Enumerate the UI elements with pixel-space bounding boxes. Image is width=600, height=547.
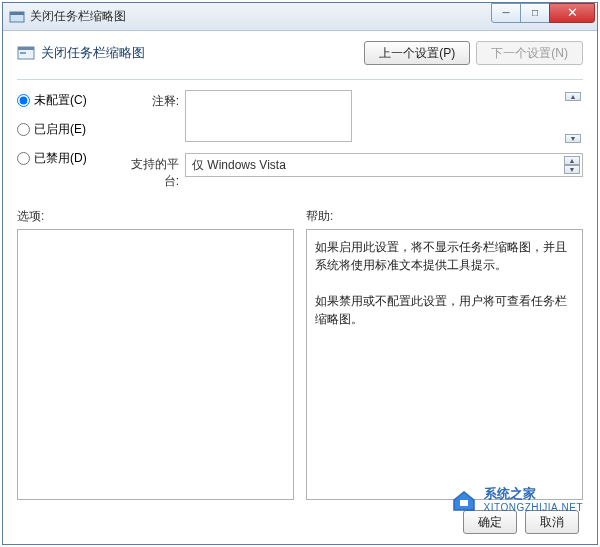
- comment-row: 注释: ▲ ▼: [119, 90, 583, 145]
- comment-textarea[interactable]: [185, 90, 352, 142]
- nav-buttons: 上一个设置(P) 下一个设置(N): [364, 41, 583, 65]
- help-column: 帮助: 如果启用此设置，将不显示任务栏缩略图，并且系统将使用标准文本提供工具提示…: [306, 208, 583, 500]
- minimize-button[interactable]: ─: [491, 3, 521, 23]
- content-area: 关闭任务栏缩略图 上一个设置(P) 下一个设置(N) 未配置(C) 已启用(E): [3, 31, 597, 544]
- radio-disabled-input[interactable]: [17, 152, 30, 165]
- platform-box: 仅 Windows Vista ▲ ▼: [185, 153, 583, 177]
- help-label: 帮助:: [306, 208, 583, 225]
- policy-title: 关闭任务栏缩略图: [41, 44, 145, 62]
- next-setting-button: 下一个设置(N): [476, 41, 583, 65]
- divider: [17, 79, 583, 80]
- radio-disabled[interactable]: 已禁用(D): [17, 150, 107, 167]
- svg-rect-1: [10, 12, 24, 15]
- policy-icon: [17, 44, 35, 62]
- config-area: 未配置(C) 已启用(E) 已禁用(D) 注释: ▲: [17, 90, 583, 190]
- svg-rect-5: [460, 500, 468, 506]
- footer: 确定 取消: [17, 510, 583, 534]
- radio-not-configured[interactable]: 未配置(C): [17, 92, 107, 109]
- header-left: 关闭任务栏缩略图: [17, 44, 145, 62]
- titlebar: 关闭任务栏缩略图 ─ □ ✕: [3, 3, 597, 31]
- panes-row: 选项: 帮助: 如果启用此设置，将不显示任务栏缩略图，并且系统将使用标准文本提供…: [17, 208, 583, 500]
- app-icon: [9, 9, 25, 25]
- radio-enabled-input[interactable]: [17, 123, 30, 136]
- svg-rect-4: [20, 52, 26, 54]
- header-row: 关闭任务栏缩略图 上一个设置(P) 下一个设置(N): [17, 41, 583, 65]
- window-controls: ─ □ ✕: [492, 3, 595, 23]
- platform-scroll-down[interactable]: ▼: [564, 165, 580, 174]
- platform-label: 支持的平台:: [119, 153, 179, 190]
- prev-setting-button[interactable]: 上一个设置(P): [364, 41, 470, 65]
- comment-label: 注释:: [119, 90, 179, 110]
- help-pane: 如果启用此设置，将不显示任务栏缩略图，并且系统将使用标准文本提供工具提示。 如果…: [306, 229, 583, 500]
- comment-scroll-up[interactable]: ▲: [565, 92, 581, 101]
- ok-button[interactable]: 确定: [463, 510, 517, 534]
- cancel-button[interactable]: 取消: [525, 510, 579, 534]
- platform-value: 仅 Windows Vista: [192, 158, 286, 172]
- radio-enabled[interactable]: 已启用(E): [17, 121, 107, 138]
- dialog-window: 关闭任务栏缩略图 ─ □ ✕ 关闭任务栏缩略图 上一个设置(P) 下一个设置(N…: [2, 2, 598, 545]
- radio-label: 已启用(E): [34, 121, 86, 138]
- options-column: 选项:: [17, 208, 294, 500]
- comment-scroll-down[interactable]: ▼: [565, 134, 581, 143]
- platform-scroll-up[interactable]: ▲: [564, 156, 580, 165]
- form-column: 注释: ▲ ▼ 支持的平台: 仅 Windows Vista: [119, 90, 583, 190]
- radio-label: 已禁用(D): [34, 150, 87, 167]
- maximize-button[interactable]: □: [520, 3, 550, 23]
- options-pane: [17, 229, 294, 500]
- svg-rect-3: [18, 47, 34, 50]
- close-button[interactable]: ✕: [549, 3, 595, 23]
- platform-row: 支持的平台: 仅 Windows Vista ▲ ▼: [119, 153, 583, 190]
- radio-group: 未配置(C) 已启用(E) 已禁用(D): [17, 90, 107, 190]
- options-label: 选项:: [17, 208, 294, 225]
- radio-not-configured-input[interactable]: [17, 94, 30, 107]
- window-title: 关闭任务栏缩略图: [30, 8, 492, 25]
- radio-label: 未配置(C): [34, 92, 87, 109]
